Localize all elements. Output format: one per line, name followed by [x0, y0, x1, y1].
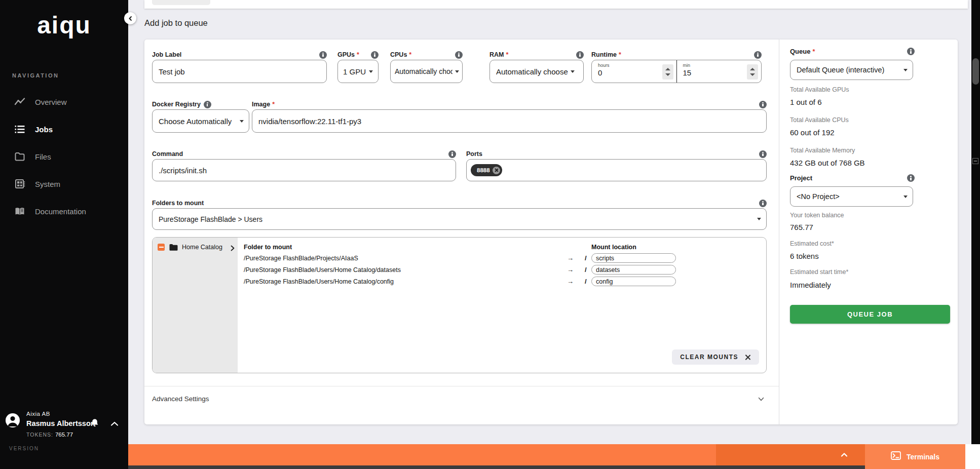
info-icon[interactable] [455, 51, 463, 59]
detail-value: 6 tokens [790, 252, 819, 260]
info-icon[interactable] [907, 174, 915, 182]
chevron-down-icon [758, 396, 765, 403]
info-icon[interactable] [576, 51, 584, 59]
docker-registry-select[interactable]: Choose Automatically [152, 109, 249, 133]
info-icon[interactable] [759, 200, 767, 207]
queue-job-button[interactable]: QUEUE JOB [790, 305, 950, 324]
info-icon[interactable] [759, 101, 767, 108]
system-grid-icon [14, 178, 25, 189]
job-label-input[interactable] [152, 60, 327, 83]
tokens-value: 765.77 [55, 432, 73, 438]
stat-label: Total Available Memory [790, 147, 855, 154]
sidebar-item-documentation[interactable]: Documentation [0, 198, 128, 225]
remove-port-icon[interactable] [493, 167, 500, 174]
terminals-tab[interactable]: Terminals [865, 444, 965, 469]
cpus-label: CPUs [390, 51, 407, 58]
mount-path: /PureStorage FlashBlade/Users/Home Catal… [244, 278, 394, 285]
hours-label: hours [598, 63, 659, 68]
chevron-down-icon [903, 196, 908, 198]
sidebar-item-system[interactable]: System [0, 170, 128, 198]
advanced-settings-toggle[interactable]: Advanced Settings [144, 386, 779, 411]
arrow-right-icon: → [567, 266, 574, 273]
gpus-select[interactable]: 1 GPU [337, 60, 379, 83]
project-select[interactable]: <No Project> [790, 186, 913, 207]
sidebar-collapse-button[interactable] [124, 12, 136, 24]
folder-icon [14, 151, 25, 162]
sidebar-item-label: System [35, 180, 60, 188]
user-org: Aixia AB [26, 411, 50, 417]
chevron-down-icon [455, 70, 459, 73]
info-icon[interactable] [907, 48, 915, 55]
clear-mounts-button[interactable]: CLEAR MOUNTS [672, 349, 759, 365]
runtime-min-input[interactable] [683, 68, 744, 77]
mount-location-input[interactable] [591, 277, 676, 286]
trending-chart-icon [14, 96, 25, 107]
tokens-label: TOKENS: [26, 432, 53, 438]
sidebar-item-label: Overview [35, 98, 67, 106]
mounts-panel: Home Catalog Folder to mount Mount locat… [152, 237, 767, 373]
advanced-settings-label: Advanced Settings [152, 395, 209, 403]
required-asterisk: * [272, 101, 275, 108]
folder-checkbox-indeterminate[interactable] [158, 244, 165, 251]
sidebar-item-overview[interactable]: Overview [0, 88, 128, 115]
info-icon[interactable] [759, 150, 767, 158]
ram-value: Automatically choose [496, 67, 568, 76]
cpus-value: Automatically choose [395, 67, 453, 75]
detail-value: 765.77 [790, 223, 813, 231]
command-input[interactable] [152, 159, 456, 181]
mount-slash: / [585, 266, 587, 273]
chevron-right-icon[interactable] [230, 244, 236, 250]
job-form-card: Job Label GPUs * 1 GPU CPUs * [144, 40, 958, 424]
sidebar-item-label: Files [35, 152, 51, 161]
info-icon[interactable] [204, 101, 211, 108]
job-label-label: Job Label [152, 51, 181, 58]
ram-select[interactable]: Automatically choose [489, 60, 584, 83]
sidebar: aiqu NAVIGATION Overview Jobs Files [0, 0, 128, 469]
bell-icon[interactable] [90, 418, 100, 429]
info-icon[interactable] [371, 51, 379, 59]
info-icon[interactable] [448, 150, 456, 158]
folders-select[interactable]: PureStorage FlashBlade > Users [152, 208, 767, 230]
chevron-down-icon [369, 70, 373, 73]
mount-location-input[interactable] [591, 265, 676, 275]
sidebar-item-files[interactable]: Files [0, 143, 128, 170]
chevron-left-icon [128, 16, 133, 21]
user-chevron-up-icon[interactable] [109, 420, 120, 427]
terminal-icon [891, 451, 901, 462]
queue-select[interactable]: Default Queue (interactive) [790, 60, 913, 80]
required-asterisk: * [357, 51, 359, 58]
version-label: VERSION [9, 446, 39, 451]
hours-stepper[interactable] [662, 64, 673, 80]
mount-row: /PureStorage FlashBlade/Users/Home Catal… [238, 264, 766, 276]
terminals-label: Terminals [907, 453, 939, 461]
arrow-right-icon: → [567, 278, 574, 285]
book-icon [14, 206, 25, 217]
min-stepper[interactable] [747, 64, 758, 80]
folders-value: PureStorage FlashBlade > Users [159, 215, 262, 223]
runtime-hours-cell: hours [592, 60, 677, 83]
list-icon [14, 124, 25, 135]
mount-row: /PureStorage FlashBlade/Users/Home Catal… [238, 276, 766, 288]
image-input[interactable] [252, 109, 767, 133]
avatar[interactable] [6, 413, 20, 427]
required-asterisk: * [812, 48, 815, 55]
minimize-panel-icon[interactable] [972, 158, 978, 164]
info-icon[interactable] [319, 51, 327, 59]
stat-value: 432 GB out of 768 GB [790, 159, 865, 167]
app-screen: aiqu NAVIGATION Overview Jobs Files [0, 0, 980, 469]
ports-label: Ports [466, 150, 482, 158]
detail-value: Immediately [790, 281, 831, 289]
ports-input[interactable]: 8888 [466, 159, 767, 181]
scrollbar-thumb[interactable] [972, 58, 979, 85]
footer-chevron-up-icon[interactable] [839, 451, 849, 458]
mount-location-input[interactable] [591, 253, 676, 263]
cpus-select[interactable]: Automatically choose [390, 60, 463, 83]
sidebar-item-jobs[interactable]: Jobs [0, 115, 128, 143]
aiqu-logo: aiqu [0, 13, 128, 37]
detail-label: Your token balance [790, 212, 844, 219]
runtime-hours-input[interactable] [598, 68, 659, 77]
required-asterisk: * [409, 51, 411, 58]
min-label: min [683, 63, 744, 68]
info-icon[interactable] [754, 51, 762, 59]
arrow-right-icon: → [567, 254, 574, 262]
